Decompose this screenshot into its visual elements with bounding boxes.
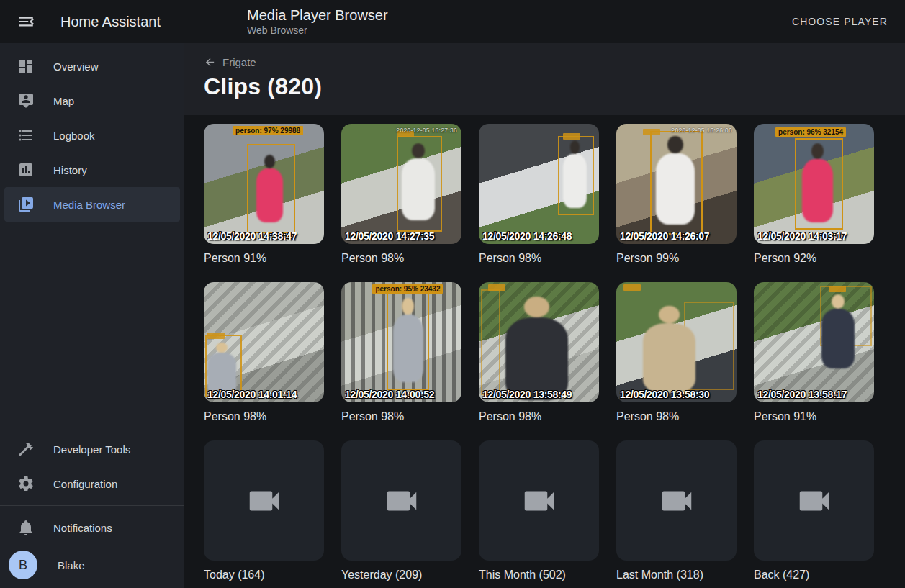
person-silhouette (505, 297, 568, 400)
sidebar-spacer (0, 222, 184, 432)
clip-caption: Person 98% (479, 251, 599, 265)
map-icon (17, 92, 35, 109)
sidebar-item-logbook[interactable]: Logbook (4, 118, 180, 153)
person-silhouette (656, 136, 694, 225)
detection-label (623, 284, 641, 291)
clip-timestamp-overlay: 12/05/2020 14:38:47 (207, 230, 297, 242)
sidebar-item-media-browser[interactable]: Media Browser (4, 187, 180, 222)
clip-card[interactable]: 12/05/2020 14:01:14 Person 98% (204, 282, 324, 423)
detection-label (829, 286, 846, 292)
clip-caption: Person 91% (204, 251, 324, 265)
person-head (659, 306, 680, 323)
clip-thumbnail: 12/05/2020 13:58:17 (754, 282, 874, 402)
clip-card[interactable]: 12/05/2020 13:58:30 Person 98% (616, 282, 737, 423)
top-app-bar: Home Assistant Media Player Browser Web … (0, 0, 905, 43)
folder-label: This Month (502) (479, 568, 599, 582)
clip-card[interactable]: 2020-12-05 16:27:36 12/05/2020 14:27:35 … (341, 124, 461, 265)
person-body (802, 159, 833, 222)
person-body (563, 154, 587, 208)
clip-card[interactable]: 12/05/2020 13:58:17 Person 91% (754, 282, 874, 423)
clip-timestamp-overlay: 12/05/2020 13:58:49 (482, 389, 572, 400)
choose-player-button[interactable]: CHOOSE PLAYER (786, 9, 893, 35)
folder-card[interactable]: Today (164) (204, 440, 324, 582)
sidebar-item-label: Map (53, 95, 74, 107)
person-silhouette (643, 306, 695, 392)
clip-timestamp-overlay: 12/05/2020 14:26:48 (482, 230, 572, 242)
clip-thumbnail: person: 97% 29988 12/05/2020 14:38:47 (204, 124, 324, 244)
person-head (412, 143, 426, 158)
clip-caption: Person 99% (616, 251, 737, 265)
clip-caption: Person 98% (204, 410, 324, 423)
folder-card[interactable]: Yesterday (209) (341, 440, 461, 582)
detection-label: person: 95% 23432 (372, 284, 443, 294)
folder-label: Yesterday (209) (341, 568, 461, 582)
person-body (656, 153, 694, 225)
detection-bounding-box (481, 289, 500, 395)
video-camera-icon (657, 481, 696, 520)
history-icon (17, 161, 35, 178)
breadcrumb-back[interactable]: Frigate (204, 56, 256, 68)
sidebar-item-label: Developer Tools (53, 443, 130, 456)
clip-card[interactable]: 12/05/2020 13:58:49 Person 98% (479, 282, 599, 423)
clip-thumbnail: person: 95% 23432 12/05/2020 14:00:52 (341, 282, 461, 402)
person-head (264, 155, 275, 168)
folder-card[interactable]: Back (427) (754, 440, 874, 582)
detection-label (488, 284, 505, 291)
clip-card[interactable]: person: 97% 29988 12/05/2020 14:38:47 Pe… (204, 124, 324, 265)
clip-thumbnail: 2020-12-05 16:26:06 12/05/2020 14:26:07 (616, 124, 737, 244)
clip-timestamp-overlay: 12/05/2020 14:03:17 (757, 230, 847, 242)
folder-label: Back (427) (754, 568, 874, 582)
person-body (402, 158, 436, 220)
person-silhouette (802, 143, 833, 222)
clip-card[interactable]: person: 96% 32154 12/05/2020 14:03:17 Pe… (754, 124, 874, 265)
sidebar-item-label: Overview (53, 60, 99, 73)
sidebar-item-map[interactable]: Map (4, 83, 180, 118)
person-silhouette (256, 155, 283, 222)
folder-label: Today (164) (204, 568, 324, 582)
sidebar-item-label: Notifications (53, 522, 112, 534)
page-title: Clips (820) (204, 73, 905, 100)
video-camera-icon (520, 481, 559, 520)
sidebar-profile[interactable]: B Blake (4, 545, 180, 585)
clip-caption: Person 98% (341, 410, 461, 423)
person-head (811, 143, 824, 159)
clip-caption: Person 98% (341, 251, 461, 265)
clip-card[interactable]: person: 95% 23432 12/05/2020 14:00:52 Pe… (341, 282, 461, 423)
camera-corner-timestamp: 2020-12-05 16:27:36 (396, 127, 457, 134)
folder-label: Last Month (318) (616, 568, 737, 582)
clip-timestamp-overlay: 12/05/2020 13:58:30 (620, 389, 709, 400)
sidebar-divider (0, 505, 184, 506)
person-head (832, 294, 845, 309)
sidebar: Overview Map Logbook History Media Brows… (0, 43, 184, 588)
clip-timestamp-overlay: 12/05/2020 13:58:17 (757, 389, 847, 400)
clip-thumbnail: 12/05/2020 14:01:14 (204, 282, 324, 402)
clip-thumbnail: person: 96% 32154 12/05/2020 14:03:17 (754, 124, 874, 244)
folder-thumbnail (204, 440, 324, 561)
sidebar-item-history[interactable]: History (4, 153, 180, 187)
folder-thumbnail (754, 440, 874, 561)
menu-toggle-button[interactable] (12, 7, 40, 36)
video-camera-icon (382, 481, 421, 520)
sidebar-item-overview[interactable]: Overview (4, 49, 180, 83)
sidebar-item-configuration[interactable]: Configuration (4, 466, 180, 501)
person-body (821, 309, 855, 368)
clip-thumbnail: 12/05/2020 13:58:49 (479, 282, 599, 402)
person-head (570, 140, 580, 154)
clip-thumbnail: 12/05/2020 14:26:48 (479, 124, 599, 244)
clip-timestamp-overlay: 12/05/2020 14:26:07 (620, 230, 709, 242)
folder-card[interactable]: Last Month (318) (616, 440, 737, 582)
clip-card[interactable]: 2020-12-05 16:26:06 12/05/2020 14:26:07 … (616, 124, 737, 265)
sidebar-item-notifications[interactable]: Notifications (4, 510, 180, 545)
person-silhouette (563, 140, 587, 208)
sidebar-item-label: History (53, 164, 87, 176)
clip-card[interactable]: 12/05/2020 14:26:48 Person 98% (479, 124, 599, 265)
sidebar-nav: Overview Map Logbook History Media Brows… (0, 43, 184, 222)
person-head (216, 343, 228, 353)
folder-card[interactable]: This Month (502) (479, 440, 599, 582)
folder-thumbnail (341, 440, 461, 561)
person-head (667, 136, 683, 154)
media-browser-icon (17, 196, 35, 213)
avatar: B (9, 551, 37, 579)
sidebar-item-developer-tools[interactable]: Developer Tools (4, 432, 180, 466)
sidebar-item-label: Configuration (53, 478, 117, 490)
